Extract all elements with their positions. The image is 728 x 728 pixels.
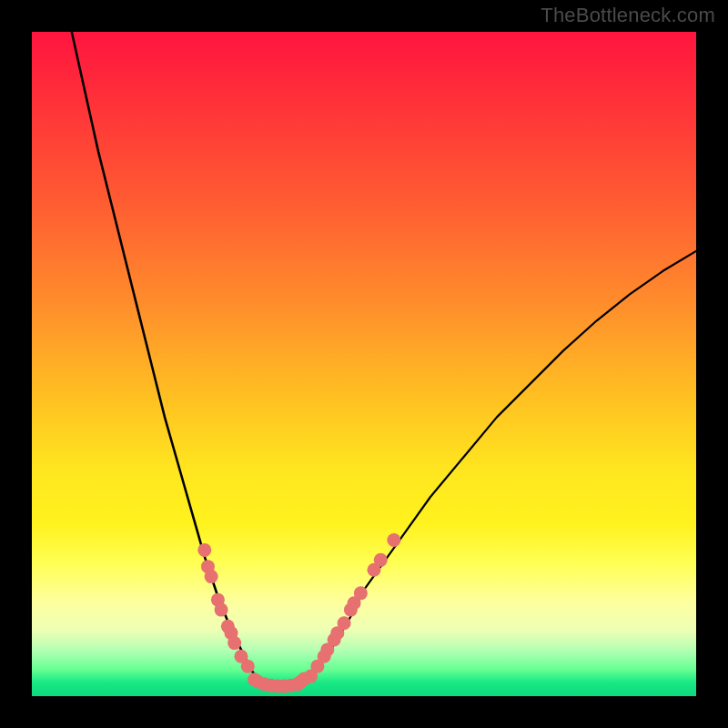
- marker-point: [387, 533, 400, 547]
- chart-frame: TheBottleneck.com: [0, 0, 728, 728]
- curve-left-curve: [72, 32, 265, 686]
- marker-point: [298, 672, 311, 686]
- marker-point: [374, 553, 388, 567]
- marker-layer: [197, 533, 400, 693]
- curve-right-curve: [298, 251, 696, 686]
- marker-point: [354, 586, 368, 600]
- marker-point: [228, 636, 241, 650]
- marker-point: [241, 660, 255, 673]
- marker-point: [338, 616, 351, 630]
- curve-layer: [72, 32, 696, 688]
- plot-area: [32, 32, 696, 696]
- marker-point: [215, 603, 228, 617]
- marker-point: [197, 543, 211, 557]
- marker-point: [205, 570, 218, 583]
- chart-svg: [32, 32, 696, 696]
- watermark-label: TheBottleneck.com: [541, 4, 715, 27]
